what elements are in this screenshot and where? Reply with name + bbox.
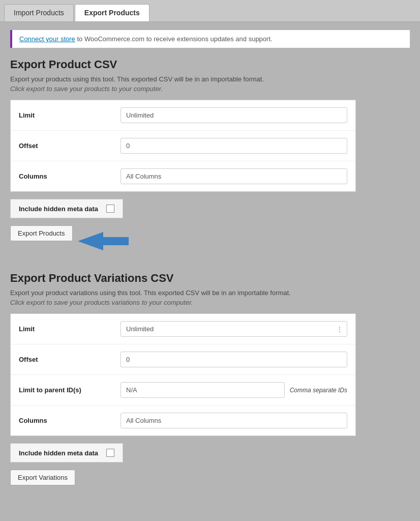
- var-parent-input[interactable]: [121, 382, 285, 398]
- offset-row: Offset: [11, 131, 355, 161]
- var-parent-label: Limit to parent ID(s): [19, 386, 121, 394]
- var-meta-row: Include hidden meta data: [10, 443, 123, 462]
- var-limit-input-wrapper: ⋮: [121, 321, 347, 337]
- export-variations-title: Export Product Variations CSV: [10, 272, 410, 285]
- var-meta-checkbox[interactable]: [106, 449, 114, 457]
- export-products-button[interactable]: Export Products: [10, 225, 73, 241]
- export-products-note: Click export to save your products to yo…: [10, 85, 410, 93]
- var-limit-input[interactable]: [121, 321, 347, 337]
- limit-icon: ⋮: [336, 325, 343, 333]
- offset-label: Offset: [19, 142, 121, 150]
- export-products-title: Export Product CSV: [10, 58, 410, 71]
- columns-input-wrapper: [121, 168, 347, 184]
- export-variations-button[interactable]: Export Variations: [10, 470, 75, 485]
- meta-checkbox[interactable]: [106, 205, 114, 213]
- export-products-section: Export Product CSV Export your products …: [10, 58, 410, 256]
- limit-row: Limit: [11, 100, 355, 131]
- columns-row: Columns: [11, 161, 355, 191]
- export-variations-section: Export Product Variations CSV Export you…: [10, 272, 410, 501]
- export-variations-note: Click export to save your products varia…: [10, 299, 410, 306]
- var-offset-input-wrapper: [121, 352, 347, 367]
- limit-input-wrapper: [121, 107, 347, 123]
- export-variations-btn-row: Export Variations: [10, 470, 410, 501]
- export-variations-desc: Export your product variations using thi…: [10, 289, 410, 297]
- var-offset-input[interactable]: [121, 352, 347, 367]
- notice-text: to WooCommerce.com to receive extensions…: [75, 35, 273, 43]
- var-columns-row: Columns: [11, 406, 355, 436]
- columns-input[interactable]: [121, 168, 347, 184]
- var-parent-row: Limit to parent ID(s) Comma separate IDs: [11, 375, 355, 406]
- parent-hint: Comma separate IDs: [290, 387, 347, 394]
- export-variations-form: Limit ⋮ Offset Limit to parent ID(s): [10, 313, 356, 436]
- offset-input-wrapper: [121, 138, 347, 154]
- tab-export[interactable]: Export Products: [75, 4, 149, 21]
- meta-row: Include hidden meta data: [10, 199, 123, 218]
- meta-label: Include hidden meta data: [19, 205, 98, 213]
- columns-label: Columns: [19, 172, 121, 180]
- var-meta-label: Include hidden meta data: [19, 449, 98, 457]
- tab-bar: Import Products Export Products: [0, 0, 420, 22]
- var-offset-row: Offset: [11, 344, 355, 375]
- main-content: Connect your store to WooCommerce.com to…: [0, 22, 420, 521]
- var-parent-input-wrapper: [121, 382, 285, 398]
- export-products-desc: Export your products using this tool. Th…: [10, 75, 410, 83]
- var-limit-row: Limit ⋮: [11, 314, 355, 344]
- var-columns-input-wrapper: [121, 413, 347, 428]
- limit-label: Limit: [19, 111, 121, 119]
- offset-input[interactable]: [121, 138, 347, 154]
- tab-import[interactable]: Import Products: [4, 4, 74, 21]
- limit-input[interactable]: [121, 107, 347, 123]
- export-products-form: Limit Offset Columns: [10, 100, 356, 192]
- var-columns-input[interactable]: [121, 413, 347, 428]
- export-products-btn-row: Export Products: [10, 225, 410, 256]
- notice-link[interactable]: Connect your store: [19, 35, 75, 43]
- var-columns-label: Columns: [19, 417, 121, 424]
- var-offset-label: Offset: [19, 356, 121, 363]
- var-limit-label: Limit: [19, 325, 121, 333]
- svg-marker-0: [78, 232, 129, 250]
- notice-bar: Connect your store to WooCommerce.com to…: [10, 30, 410, 48]
- blue-arrow-icon: [73, 230, 134, 252]
